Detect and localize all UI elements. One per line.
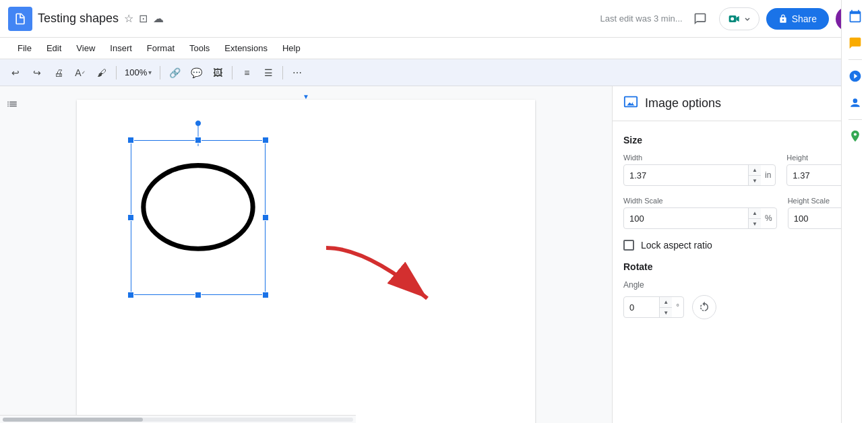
canvas-area[interactable] [77,100,535,410]
edge-divider-1 [848,59,862,60]
width-scale-label: Width Scale [623,197,777,205]
document-area[interactable]: ▼ [0,86,612,423]
calendar-icon[interactable] [844,5,866,27]
top-bar: Testing shapes ☆ ⊡ ☁ Last edit was 3 min… [0,0,868,38]
meet-button[interactable] [719,7,760,30]
lock-aspect-checkbox[interactable] [623,240,634,251]
width-spinners: ▲ ▼ [748,165,761,185]
angle-down-button[interactable]: ▼ [660,307,672,317]
menu-edit[interactable]: Edit [40,40,68,56]
comment-insert-button[interactable]: 💬 [186,63,206,83]
handle-top-center[interactable] [195,137,202,143]
lock-aspect-row: Lock aspect ratio [623,240,857,251]
sidebar-list-icon[interactable] [3,96,22,115]
align-button[interactable]: ≡ [237,63,257,83]
width-scale-field-group: Width Scale ▲ ▼ % [623,197,777,229]
panel-image-icon [623,94,638,112]
toolbar-divider-3 [232,66,232,79]
menu-view[interactable]: View [69,40,102,56]
svg-point-1 [731,17,734,20]
undo-button[interactable]: ↩ [5,63,26,83]
width-scale-down-button[interactable]: ▼ [749,218,761,228]
image-button[interactable]: 🖼 [208,63,228,83]
share-button[interactable]: Share [766,8,829,30]
shape-container[interactable] [131,140,266,295]
angle-spinners: ▲ ▼ [659,297,672,317]
menu-extensions[interactable]: Extensions [218,40,274,56]
handle-top-right[interactable] [262,137,269,143]
rotate-90-button[interactable] [692,295,716,319]
notes-icon[interactable] [844,32,866,54]
svg-point-5 [853,133,856,135]
lock-aspect-label: Lock aspect ratio [641,240,712,251]
title-area: Testing shapes ☆ ⊡ ☁ [38,11,595,26]
handle-middle-left[interactable] [127,214,134,221]
width-scale-input[interactable] [624,214,748,224]
menu-file[interactable]: File [11,40,38,56]
zoom-selector[interactable]: 100% ▾ [121,66,156,79]
drive-icon[interactable]: ⊡ [139,12,148,25]
doc-icon [8,7,32,31]
edge-divider-2 [848,119,862,120]
rotation-handle[interactable] [195,120,202,127]
handle-bottom-center[interactable] [195,292,202,298]
toolbar: ↩ ↪ 🖨 A✓ 🖌 100% ▾ 🔗 💬 🖼 ≡ ☰ ⋯ ✏ [0,59,868,86]
menu-tools[interactable]: Tools [183,40,216,56]
toolbar-divider-1 [116,66,117,79]
maps-icon[interactable] [844,125,866,147]
scale-fields-row: Width Scale ▲ ▼ % Height Scale [623,197,857,229]
cloud-icon[interactable]: ☁ [153,12,164,25]
rotate-header: Angle 90° [623,280,857,290]
width-field-group: Width ▲ ▼ in [623,154,776,186]
width-up-button[interactable]: ▲ [749,165,761,175]
image-options-panel: Image options × Size Width ▲ ▼ in [612,86,868,423]
rotate-section-title: Rotate [623,261,857,272]
paint-format-button[interactable]: 🖌 [92,63,112,83]
horizontal-scrollbar[interactable] [0,415,356,423]
menu-format[interactable]: Format [140,40,181,56]
list-button[interactable]: ☰ [258,63,278,83]
width-input-wrap: ▲ ▼ in [623,164,776,186]
handle-top-left[interactable] [127,137,134,143]
width-down-button[interactable]: ▼ [749,175,761,185]
width-input[interactable] [624,170,748,181]
redo-button[interactable]: ↪ [27,63,47,83]
width-scale-up-button[interactable]: ▲ [749,208,761,218]
handle-bottom-left[interactable] [127,292,134,298]
width-scale-unit: % [761,214,776,223]
zoom-value: 100% [125,67,147,77]
link-button[interactable]: 🔗 [164,63,185,83]
ellipse-shape [137,154,259,255]
panel-title: Image options [645,96,843,110]
size-section-title: Size [623,135,857,145]
menu-insert[interactable]: Insert [103,40,139,56]
tasks-icon[interactable] [844,65,866,87]
comment-button[interactable] [688,7,712,31]
red-arrow [313,234,447,315]
top-right-area: Share M [688,7,860,31]
size-fields-row: Width ▲ ▼ in Height [623,154,857,186]
main-area: ▼ [0,86,868,423]
print-button[interactable]: 🖨 [49,63,69,83]
doc-title[interactable]: Testing shapes [38,11,119,26]
spell-check-button[interactable]: A✓ [70,63,90,83]
panel-header: Image options × [613,86,868,121]
toolbar-divider-2 [160,66,160,79]
more-button[interactable]: ⋯ [287,63,307,83]
left-sidebar [0,93,24,117]
handle-bottom-right[interactable] [262,292,269,298]
menu-bar: File Edit View Insert Format Tools Exten… [0,38,868,59]
angle-up-button[interactable]: ▲ [660,297,672,307]
star-icon[interactable]: ☆ [124,12,133,25]
scrollbar-track [3,418,353,422]
svg-point-4 [852,98,857,103]
last-edit-text: Last edit was 3 min... [600,13,683,24]
width-scale-spinners: ▲ ▼ [748,208,761,228]
angle-input[interactable] [624,302,659,313]
handle-middle-right[interactable] [262,214,269,221]
svg-point-2 [144,166,253,249]
scrollbar-thumb[interactable] [3,418,143,422]
contacts-icon[interactable] [844,92,866,114]
width-scale-input-wrap: ▲ ▼ % [623,207,777,229]
menu-help[interactable]: Help [276,40,307,56]
